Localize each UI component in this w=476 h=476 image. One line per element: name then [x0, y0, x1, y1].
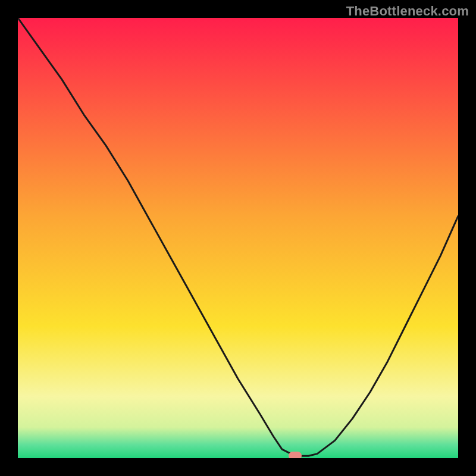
optimal-point-marker	[289, 452, 302, 458]
bottleneck-curve	[18, 18, 458, 456]
plot-area	[18, 18, 458, 458]
watermark-text: TheBottleneck.com	[346, 4, 469, 19]
curve-layer	[18, 18, 458, 458]
chart-frame: TheBottleneck.com	[0, 0, 476, 476]
